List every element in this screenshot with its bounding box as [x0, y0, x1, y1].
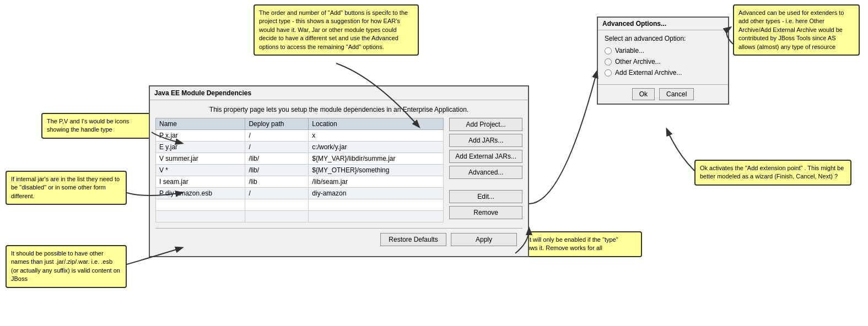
dialog-title: Java EE Module Dependencies [150, 86, 528, 100]
annotation-left-middle: If internal jar's are in the list they n… [6, 171, 127, 205]
advanced-dialog-title: Advanced Options... [598, 18, 728, 30]
advanced-dialog-body: Select an advanced Option: Variable... O… [598, 30, 728, 84]
annotation-top-center: The order and number of "Add" buttons is… [254, 4, 419, 56]
add-jars-button[interactable]: Add JARs... [449, 134, 522, 147]
advanced-options-dialog: Advanced Options... Select an advanced O… [597, 17, 729, 105]
table-row-empty [156, 199, 444, 211]
advanced-select-label: Select an advanced Option: [605, 35, 721, 42]
table-row[interactable]: I seam.jar /lib /lib/seam.jar [156, 176, 444, 188]
radio-other-archive[interactable]: Other Archive... [605, 58, 721, 66]
action-buttons: Add Project... Add JARs... Add External … [449, 118, 522, 222]
radio-variable[interactable]: Variable... [605, 47, 721, 55]
annotation-right-ok: Ok activates the "Add extension point" .… [694, 160, 851, 186]
annotation-left-bottom: It should be possible to have other name… [6, 245, 127, 288]
table-row[interactable]: V summer.jar /lib/ ${MY_VAR}/libdir/summ… [156, 153, 444, 165]
table-row[interactable]: E y.jar / c:/work/y.jar [156, 142, 444, 153]
add-project-button[interactable]: Add Project... [449, 118, 522, 131]
annotation-right-advanced: Advanced can be used for extenders to ad… [733, 4, 860, 56]
restore-defaults-button[interactable]: Restore Defaults [380, 233, 446, 246]
main-dialog: Java EE Module Dependencies This propert… [149, 85, 529, 257]
edit-button[interactable]: Edit... [449, 190, 522, 203]
dialog-description: This property page lets you setup the mo… [155, 106, 522, 113]
advanced-dialog-footer: Ok Cancel [598, 84, 728, 104]
remove-button[interactable]: Remove [449, 206, 522, 219]
radio-add-external-archive[interactable]: Add External Archive... [605, 69, 721, 77]
ok-button[interactable]: Ok [632, 88, 655, 100]
col-deploy-path: Deploy path [245, 118, 309, 130]
radio-variable-input[interactable] [605, 47, 612, 55]
radio-other-archive-input[interactable] [605, 58, 612, 66]
cancel-button[interactable]: Cancel [659, 88, 694, 100]
table-row-empty [156, 211, 444, 222]
table-row[interactable]: P x.jar / x [156, 130, 444, 142]
annotation-left-top: The P,V and I's would be icons showing t… [41, 113, 152, 139]
advanced-button[interactable]: Advanced... [449, 166, 522, 179]
col-location: Location [309, 118, 444, 130]
table-row[interactable]: P diy-amazon.esb / diy-amazon [156, 188, 444, 199]
col-name: Name [156, 118, 245, 130]
dialog-footer: Restore Defaults Apply [155, 228, 522, 251]
annotation-right-edit: Edit will only be enabled if the "type" … [515, 231, 642, 257]
module-table: Name Deploy path Location P x.jar / x E … [155, 118, 444, 222]
table-row[interactable]: V * /lib/ ${MY_OTHER}/something [156, 165, 444, 176]
add-external-jars-button[interactable]: Add External JARs... [449, 150, 522, 163]
apply-button[interactable]: Apply [451, 233, 517, 246]
radio-add-external-archive-input[interactable] [605, 69, 612, 77]
